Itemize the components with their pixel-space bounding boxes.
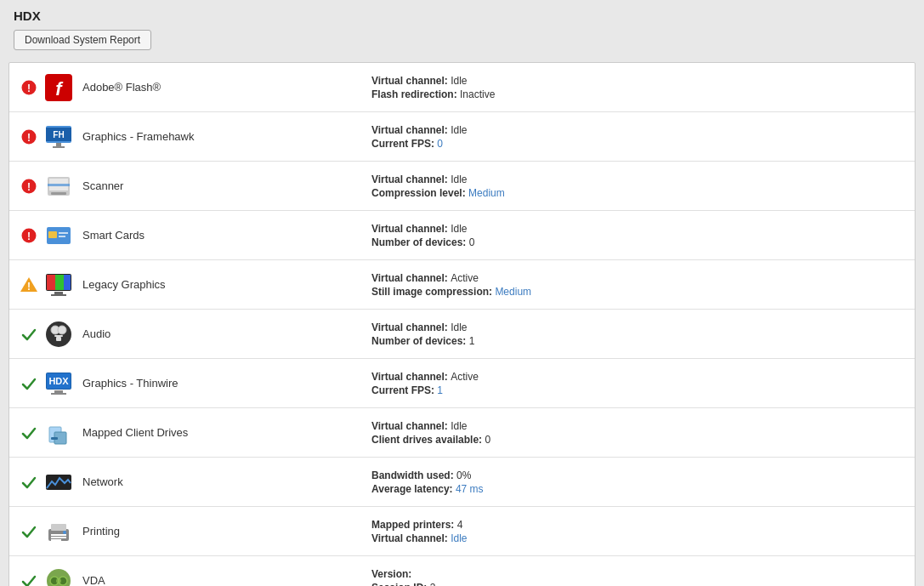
app-icon-adobe-flash: f (43, 72, 74, 103)
svg-point-34 (58, 326, 66, 334)
info-block-network: Bandwidth used: 0%Average latency: 47 ms (371, 469, 904, 495)
info-value: 1 (469, 335, 475, 347)
svg-text:!: ! (27, 230, 31, 242)
info-label: Virtual channel: (371, 371, 451, 383)
svg-text:FH: FH (53, 130, 64, 139)
app-name-scanner: Scanner (82, 179, 371, 192)
info-value: 47 ms (456, 483, 484, 495)
svg-rect-28 (55, 275, 64, 290)
info-line: Virtual channel: Idle (371, 124, 904, 136)
info-line: Version: (371, 568, 904, 580)
info-line: Virtual channel: Active (371, 371, 904, 383)
svg-rect-40 (54, 390, 63, 393)
info-line: Virtual channel: Active (371, 272, 904, 284)
app-icon-graphics-thinwire: HDX (43, 368, 74, 399)
svg-rect-29 (64, 275, 71, 290)
info-block-smart-cards: Virtual channel: IdleNumber of devices: … (371, 223, 904, 248)
info-block-legacy-graphics: Virtual channel: ActiveStill image compr… (371, 272, 904, 298)
status-icon-scanner: ! (20, 179, 38, 194)
svg-point-52 (47, 569, 71, 587)
info-block-adobe-flash: Virtual channel: IdleFlash redirection: … (371, 75, 904, 100)
info-value: Idle (451, 532, 467, 544)
status-icon-graphics-thinwire (20, 376, 38, 391)
info-line: Client drives available: 0 (371, 434, 904, 446)
info-line: Number of devices: 1 (371, 335, 904, 347)
app-name-graphics-thinwire: Graphics - Thinwire (82, 377, 371, 390)
info-line: Still image compression: Medium (371, 286, 904, 298)
info-label: Current FPS: (371, 384, 437, 396)
info-value: Inactive (460, 88, 495, 100)
app-name-audio: Audio (82, 327, 371, 340)
info-label: Compression level: (371, 187, 468, 199)
svg-rect-47 (51, 524, 66, 531)
info-label: Number of devices: (371, 236, 469, 248)
app-icon-network (43, 467, 74, 498)
info-value: Medium (495, 286, 531, 298)
info-label: Version: (371, 568, 411, 580)
status-icon-network (20, 475, 38, 490)
svg-rect-36 (56, 337, 61, 341)
app-name-graphics-framehawk: Graphics - Framehawk (82, 130, 371, 143)
download-system-report-button[interactable]: Download System Report (14, 30, 151, 50)
svg-rect-16 (51, 192, 66, 195)
app-name-adobe-flash: Adobe® Flash® (82, 81, 371, 94)
status-icon-graphics-framehawk: ! (20, 129, 38, 145)
info-value: 0% (456, 469, 471, 481)
info-block-printing: Mapped printers: 4Virtual channel: Idle (371, 519, 904, 544)
info-label: Client drives available: (371, 434, 485, 446)
info-value: Active (451, 272, 479, 284)
app-icon-legacy-graphics (43, 270, 74, 300)
svg-point-55 (56, 578, 61, 583)
app-icon-mapped-client-drives (43, 418, 74, 448)
row-printing: PrintingMapped printers: 4Virtual channe… (9, 507, 915, 556)
info-label: Virtual channel: (371, 223, 451, 235)
svg-text:!: ! (27, 82, 31, 94)
info-line: Virtual channel: Idle (371, 532, 904, 544)
row-mapped-client-drives: Mapped Client DrivesVirtual channel: Idl… (9, 408, 915, 458)
svg-rect-41 (51, 393, 66, 395)
info-line: Virtual channel: Idle (371, 174, 904, 185)
info-value: 4 (457, 519, 463, 531)
info-label: Still image compression: (371, 286, 495, 298)
app-icon-audio (43, 319, 74, 350)
svg-rect-48 (51, 534, 66, 536)
page-header: HDX Download System Report (0, 0, 924, 55)
svg-text:!: ! (27, 281, 31, 293)
svg-rect-21 (59, 232, 68, 234)
info-label: Flash redirection: (371, 88, 460, 100)
row-scanner: ! ScannerVirtual channel: IdleCompressio… (9, 162, 915, 211)
info-label: Number of devices: (371, 335, 469, 347)
row-audio: AudioVirtual channel: IdleNumber of devi… (9, 310, 915, 359)
svg-text:!: ! (27, 180, 31, 192)
info-line: Current FPS: 1 (371, 384, 904, 396)
svg-rect-9 (53, 146, 65, 148)
info-line: Virtual channel: Idle (371, 75, 904, 87)
svg-text:HDX: HDX (48, 376, 69, 386)
status-icon-adobe-flash: ! (20, 80, 38, 95)
info-label: Virtual channel: (371, 75, 451, 87)
svg-rect-30 (54, 292, 63, 294)
svg-rect-31 (51, 294, 66, 296)
info-line: Number of devices: 0 (371, 236, 904, 248)
svg-point-51 (63, 531, 66, 534)
status-icon-vda (20, 573, 38, 587)
info-line: Bandwidth used: 0% (371, 469, 904, 481)
info-label: Virtual channel: (371, 420, 451, 432)
row-vda: VDAVersion: Session ID: 3 (9, 556, 915, 586)
svg-rect-50 (51, 539, 61, 541)
info-line: Current FPS: 0 (371, 138, 904, 150)
svg-point-32 (46, 321, 71, 347)
info-label: Current FPS: (371, 138, 437, 150)
status-icon-printing (20, 524, 38, 539)
info-value: Idle (451, 321, 467, 333)
app-name-legacy-graphics: Legacy Graphics (82, 278, 371, 291)
info-value: 3 (430, 582, 436, 587)
app-name-smart-cards: Smart Cards (82, 229, 371, 242)
info-value: Idle (451, 174, 467, 185)
info-line: Virtual channel: Idle (371, 321, 904, 333)
info-value: 1 (437, 384, 443, 396)
info-value: 0 (469, 236, 475, 248)
app-name-network: Network (82, 475, 371, 488)
info-label: Virtual channel: (371, 532, 451, 544)
info-value: Idle (451, 223, 467, 235)
